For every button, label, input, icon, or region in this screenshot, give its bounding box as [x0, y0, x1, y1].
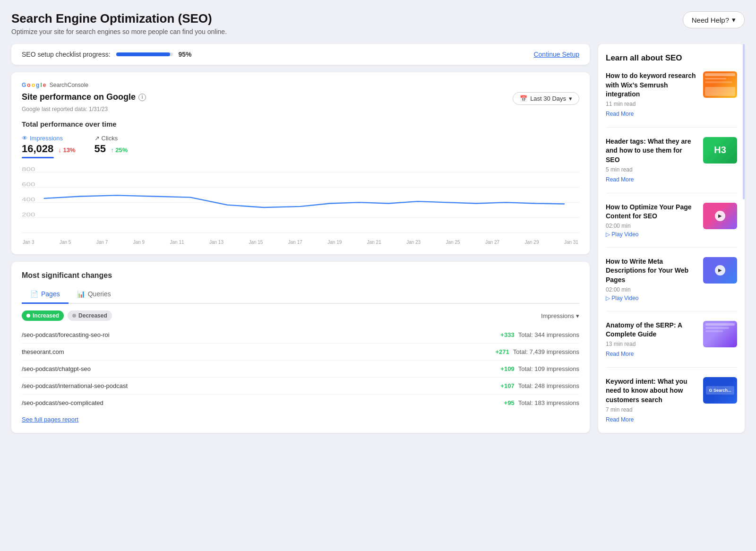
site-performance-title: Site performance on Google i	[22, 92, 146, 102]
table-row: /seo-podcast/chatgpt-seo +109 Total: 109…	[22, 361, 579, 378]
increased-dot	[26, 314, 30, 318]
svg-text:200: 200	[22, 212, 35, 218]
filter-row: Increased Decreased Impressions ▾	[22, 310, 579, 321]
cursor-icon: ↗	[94, 135, 100, 142]
calendar-icon: 📅	[520, 95, 527, 102]
continue-setup-link[interactable]: Continue Setup	[533, 51, 579, 58]
decreased-badge[interactable]: Decreased	[68, 310, 112, 321]
clicks-metric: ↗ Clicks 55 ↑ 25%	[94, 135, 128, 158]
sort-chevron-icon: ▾	[576, 312, 579, 319]
learn-item-thumbnail: ▶	[703, 257, 737, 284]
need-help-label: Need Help?	[692, 16, 729, 24]
see-full-report-link[interactable]: See full pages report	[22, 416, 78, 423]
learn-item-thumbnail	[703, 321, 737, 347]
checklist-bar: SEO setup checklist progress: 95% Contin…	[11, 44, 590, 65]
chevron-down-icon: ▾	[732, 16, 736, 24]
impressions-change: ↓ 13%	[58, 146, 75, 154]
eye-icon: 👁	[22, 135, 28, 142]
impressions-underline	[22, 157, 54, 158]
learn-item-thumbnail	[703, 71, 737, 98]
learn-item-title: Header tags: What they are and how to us…	[606, 137, 697, 165]
table-row: /seo-podcast/seo-complicated +95 Total: …	[22, 395, 579, 411]
left-column: SEO setup checklist progress: 95% Contin…	[11, 44, 590, 440]
increased-badge[interactable]: Increased	[22, 310, 64, 321]
scrollbar[interactable]	[743, 44, 745, 199]
info-icon[interactable]: i	[138, 94, 146, 101]
site-performance-card: Google SearchConsole Site performance on…	[11, 72, 590, 254]
x-axis-labels: Jan 3 Jan 5 Jan 7 Jan 9 Jan 11 Jan 13 Ja…	[22, 240, 579, 245]
main-layout: SEO setup checklist progress: 95% Contin…	[11, 44, 745, 440]
learn-card-wrap: Learn all about SEO How to do keyword re…	[598, 44, 745, 433]
impressions-label: 👁 Impressions	[22, 135, 76, 142]
progress-bar-background	[116, 52, 173, 56]
list-item: Header tags: What they are and how to us…	[606, 137, 737, 193]
need-help-button[interactable]: Need Help? ▾	[683, 11, 745, 28]
learn-seo-card: Learn all about SEO How to do keyword re…	[598, 44, 745, 433]
right-column: Learn all about SEO How to do keyword re…	[598, 44, 745, 433]
table-row: /seo-podcast/forecasting-seo-roi +333 To…	[22, 327, 579, 344]
card-header-row: Site performance on Google i 📅 Last 30 D…	[22, 92, 579, 105]
progress-percentage: 95%	[179, 51, 192, 58]
checklist-label: SEO setup checklist progress:	[22, 51, 111, 58]
date-range-button[interactable]: 📅 Last 30 Days ▾	[513, 92, 579, 105]
svg-text:600: 600	[22, 181, 35, 188]
page-title: Search Engine Optimization (SEO)	[11, 11, 227, 26]
list-item: Keyword intent: What you need to know ab…	[606, 377, 737, 423]
reported-date: Google last reported data: 1/31/23	[22, 106, 579, 112]
play-video-link[interactable]: ▷ Play Video	[606, 231, 697, 238]
page-title-section: Search Engine Optimization (SEO) Optimiz…	[11, 11, 227, 35]
learn-item-meta: 11 min read	[606, 101, 697, 107]
decreased-dot	[72, 314, 76, 318]
svg-text:800: 800	[22, 166, 35, 172]
chart-title: Total performance over time	[22, 120, 579, 128]
chart-svg: 800 600 400 200	[22, 162, 579, 238]
learn-title: Learn all about SEO	[606, 53, 737, 63]
play-icon: ▶	[715, 265, 725, 276]
tab-queries[interactable]: 📊 Queries	[69, 286, 120, 304]
read-more-link[interactable]: Read More	[606, 416, 634, 423]
play-video-link[interactable]: ▷ Play Video	[606, 295, 697, 301]
learn-item-thumbnail: H3	[703, 137, 737, 164]
learn-item-meta: 02:00 min	[606, 223, 697, 229]
svg-text:400: 400	[22, 197, 35, 203]
changes-title: Most significant changes	[22, 271, 579, 280]
pages-tab-icon: 📄	[30, 290, 38, 298]
learn-item-title: Keyword intent: What you need to know ab…	[606, 377, 697, 405]
read-more-link[interactable]: Read More	[606, 176, 634, 183]
clicks-change: ↑ 25%	[111, 146, 128, 154]
list-item: How to Optimize Your Page Content for SE…	[606, 203, 737, 248]
list-item: How to do keyword research with Wix's Se…	[606, 71, 737, 128]
chevron-down-icon: ▾	[569, 95, 572, 102]
impressions-metric: 👁 Impressions 16,028 ↓ 13%	[22, 135, 76, 158]
progress-bar-fill	[116, 52, 170, 56]
learn-item-meta: 7 min read	[606, 406, 697, 413]
clicks-value: 55 ↑ 25%	[94, 143, 128, 155]
list-item: Anatomy of the SERP: A Complete Guide 13…	[606, 321, 737, 368]
impressions-value: 16,028 ↓ 13%	[22, 143, 76, 155]
learn-item-thumbnail: G Search...	[703, 377, 737, 404]
pages-tab-label: Pages	[41, 290, 60, 298]
queries-tab-icon: 📊	[77, 290, 85, 298]
learn-item-meta: 13 min read	[606, 341, 697, 347]
list-item: How to Write Meta Descriptions for Your …	[606, 257, 737, 311]
learn-item-thumbnail: ▶	[703, 203, 737, 229]
read-more-link[interactable]: Read More	[606, 111, 634, 117]
clicks-label: ↗ Clicks	[94, 135, 128, 142]
learn-item-title: How to Write Meta Descriptions for Your …	[606, 257, 697, 285]
learn-item-title: How to do keyword research with Wix's Se…	[606, 71, 697, 99]
impressions-sort-button[interactable]: Impressions ▾	[541, 312, 579, 319]
significant-changes-card: Most significant changes 📄 Pages 📊 Queri…	[11, 262, 590, 433]
read-more-link[interactable]: Read More	[606, 351, 634, 357]
data-rows: /seo-podcast/forecasting-seo-roi +333 To…	[22, 327, 579, 411]
google-logo: Google SearchConsole	[22, 82, 579, 88]
learn-item-title: How to Optimize Your Page Content for SE…	[606, 203, 697, 221]
metrics-row: 👁 Impressions 16,028 ↓ 13% ↗ Clicks	[22, 135, 579, 158]
page-subtitle: Optimize your site for search engines so…	[11, 28, 227, 35]
table-row: /seo-podcast/international-seo-podcast +…	[22, 378, 579, 395]
tabs-row: 📄 Pages 📊 Queries	[22, 286, 579, 304]
tab-pages[interactable]: 📄 Pages	[22, 286, 69, 304]
page-header: Search Engine Optimization (SEO) Optimiz…	[11, 11, 745, 35]
learn-item-meta: 5 min read	[606, 166, 697, 173]
performance-chart: 800 600 400 200	[22, 162, 579, 238]
table-row: theseorant.com +271 Total: 7,439 impress…	[22, 344, 579, 361]
